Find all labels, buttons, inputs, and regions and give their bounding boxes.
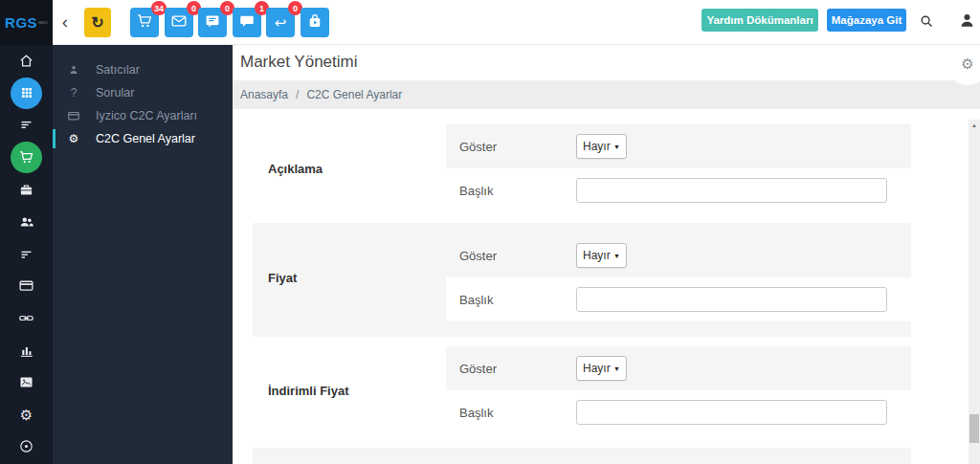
form-section-aciklama: Açıklama Göster Hayır ▼ Başlık: [253, 124, 911, 212]
rail-item-lists[interactable]: [0, 109, 53, 142]
comments-button[interactable]: 0: [198, 8, 227, 37]
goster-select[interactable]: Hayır ▼: [576, 356, 627, 381]
form-section-indirimli-fiyat: İndirimli Fiyat Göster Hayır ▼ Başlık: [253, 346, 911, 434]
field-label: Göster: [459, 140, 576, 154]
baslik-input[interactable]: [576, 400, 887, 425]
submenu-panel: Satıcılar ? Sorular Iyzico C2C Ayarları …: [53, 45, 233, 464]
bag-play-icon: [306, 12, 323, 33]
returns-button[interactable]: ↩ 0: [266, 8, 295, 37]
main-area: Market Yönetimi ⚙ Anasayfa / C2C Genel A…: [233, 45, 980, 464]
cart-icon: [11, 142, 42, 173]
gear-icon: ⚙: [20, 408, 33, 422]
select-value: Hayır: [583, 249, 611, 262]
app-logo[interactable]: RGS HIZLI: [0, 0, 53, 45]
filter-lines-icon: [18, 246, 34, 262]
baslik-input[interactable]: [576, 178, 887, 203]
rail-item-market[interactable]: [0, 142, 53, 174]
question-icon: ?: [66, 86, 81, 99]
form-section-next-partial: [253, 448, 911, 464]
page-settings-button[interactable]: ⚙: [947, 43, 980, 85]
section-label: İndirimli Fiyat: [253, 346, 446, 434]
submenu-item-sorular[interactable]: ? Sorular: [53, 81, 233, 104]
caret-down-icon: ▼: [613, 365, 620, 372]
section-label: Açıklama: [253, 124, 446, 212]
top-bar: ‹ ↻ 34 0 0 1 ↩ 0 Yardım Dökümanları Mağa…: [53, 0, 980, 45]
rail-item-customers[interactable]: [0, 206, 53, 238]
breadcrumb: Anasayfa / C2C Genel Ayarlar: [233, 80, 980, 109]
user-menu-button[interactable]: [958, 11, 976, 33]
field-label: Başlık: [459, 293, 576, 307]
scrollbar-up-arrow[interactable]: ▲: [969, 120, 980, 131]
field-row-goster: Göster Hayır ▼: [446, 233, 911, 277]
rail-item-products[interactable]: [0, 173, 53, 206]
rail-item-settings[interactable]: ⚙: [0, 399, 53, 431]
cart-button[interactable]: 34: [130, 8, 159, 37]
select-value: Hayır: [583, 140, 611, 153]
submenu-item-label: Sorular: [96, 86, 134, 99]
go-to-store-button[interactable]: Mağazaya Git: [827, 9, 906, 32]
form-section-fiyat: Fiyat Göster Hayır ▼ Başlık: [253, 223, 911, 337]
breadcrumb-home-link[interactable]: Anasayfa: [240, 88, 288, 101]
help-docs-button[interactable]: Yardım Dökümanları: [702, 9, 818, 32]
caret-down-icon: ▼: [613, 253, 620, 259]
briefcase-icon: [18, 182, 34, 198]
rail-item-home[interactable]: [0, 45, 53, 77]
page-title: Market Yönetimi: [240, 53, 358, 72]
image-icon: [18, 374, 34, 390]
field-label: Göster: [459, 362, 576, 376]
gear-icon: ⚙: [961, 55, 973, 73]
scrollbar-thumb[interactable]: [969, 414, 979, 443]
users-icon: [18, 213, 35, 231]
refresh-button[interactable]: ↻: [84, 8, 111, 37]
breadcrumb-current: C2C Genel Ayarlar: [306, 88, 402, 101]
rail-item-integrations[interactable]: [0, 302, 53, 335]
field-row-baslik: Başlık: [446, 277, 911, 321]
search-icon: [919, 16, 935, 33]
field-row-goster: Göster Hayır ▼: [446, 346, 911, 390]
user-icon: [958, 16, 976, 33]
rail-item-media[interactable]: [0, 366, 53, 399]
field-row-baslik: Başlık: [446, 168, 911, 212]
comment-square-icon: [204, 12, 221, 33]
submenu-item-label: Iyzico C2C Ayarları: [96, 109, 197, 122]
credit-card-icon: [66, 109, 81, 122]
rail-item-apps[interactable]: [0, 77, 53, 110]
store-orders-button[interactable]: [301, 8, 329, 37]
return-arrow-icon: ↩: [275, 14, 287, 32]
submenu-item-c2c-genel-ayarlar[interactable]: ⚙ C2C Genel Ayarlar: [53, 127, 233, 150]
submenu-item-iyzico-c2c-ayarlari[interactable]: Iyzico C2C Ayarları: [53, 104, 233, 127]
rail-item-payments[interactable]: [0, 270, 53, 302]
rail-item-orders[interactable]: [0, 238, 53, 271]
field-row-baslik: Başlık: [446, 390, 911, 434]
section-label: Fiyat: [253, 233, 446, 321]
search-button[interactable]: [919, 13, 935, 33]
chat-button[interactable]: 1: [233, 8, 261, 37]
credit-card-icon: [18, 277, 34, 294]
icon-rail: RGS HIZLI: [0, 0, 53, 464]
refresh-icon: ↻: [91, 13, 103, 32]
field-label: Başlık: [459, 406, 576, 420]
submenu-item-saticilar[interactable]: Satıcılar: [53, 58, 233, 81]
submenu-item-label: Satıcılar: [96, 63, 140, 77]
chat-bubble-icon: [238, 12, 256, 33]
lines-icon: [18, 117, 34, 133]
home-icon: [18, 53, 34, 69]
goster-select[interactable]: Hayır ▼: [576, 243, 627, 268]
rail-item-reports[interactable]: [0, 334, 53, 366]
goster-select[interactable]: Hayır ▼: [576, 134, 627, 159]
link-icon: [18, 310, 34, 326]
baslik-input[interactable]: [576, 287, 887, 312]
person-icon: [66, 64, 81, 76]
cart-icon: [136, 12, 153, 33]
field-label: Göster: [459, 249, 576, 263]
content-scrollbar[interactable]: ▲: [969, 120, 980, 464]
select-value: Hayır: [583, 362, 611, 375]
submenu-item-label: C2C Genel Ayarlar: [96, 132, 195, 145]
rail-item-status[interactable]: [0, 431, 53, 463]
sidebar-collapse-button[interactable]: ‹: [56, 11, 74, 33]
bar-chart-icon: [18, 342, 34, 359]
logo-suffix: HIZLI: [38, 20, 48, 25]
mail-button[interactable]: 0: [165, 8, 193, 37]
field-label: Başlık: [459, 184, 576, 198]
gear-icon: ⚙: [66, 132, 81, 145]
